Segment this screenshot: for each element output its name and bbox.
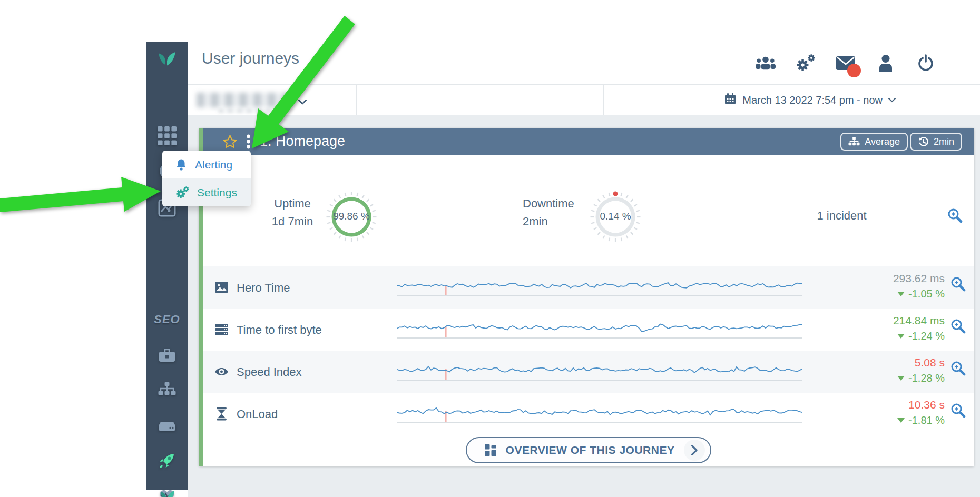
metric-magnifier-icon[interactable] — [950, 318, 966, 336]
rocket-icon-active[interactable] — [158, 452, 177, 471]
average-sitemap-icon — [848, 137, 860, 147]
favorite-star-icon[interactable] — [223, 135, 237, 151]
app-header: User journeys — [188, 42, 980, 84]
metric-magnifier-icon[interactable] — [950, 276, 966, 294]
page-title: User journeys — [202, 49, 299, 67]
hourglass-icon — [214, 407, 229, 421]
gears-icon — [175, 186, 189, 199]
panel-kebab-menu-icon[interactable] — [246, 134, 251, 151]
average-button-label: Average — [865, 136, 900, 147]
messages-envelope-icon[interactable] — [836, 53, 856, 73]
sitemap-icon[interactable] — [158, 381, 177, 400]
notification-badge — [847, 64, 861, 77]
blurred-account-subtext — [218, 109, 285, 113]
screen: SEO User journeys — [0, 0, 980, 497]
bell-icon — [175, 158, 187, 171]
overview-of-this-journey-button[interactable]: OVERVIEW OF THIS JOURNEY — [466, 437, 712, 463]
speed-index-sparkline[interactable] — [397, 359, 802, 382]
date-range-picker[interactable]: March 13 2022 7:54 pm - now — [724, 85, 896, 116]
menu-item-alerting[interactable]: Alerting — [162, 151, 251, 178]
metric-delta: -1.24 % — [893, 330, 945, 342]
interval-button-label: 2min — [934, 136, 954, 147]
metric-value: 214.84 ms — [893, 314, 945, 327]
metric-row-onload: OnLoad 10.36 s -1.81 % — [203, 393, 974, 435]
metric-value: 5.08 s — [897, 356, 945, 369]
trend-down-icon — [897, 292, 905, 296]
hero-time-sparkline[interactable] — [397, 275, 802, 298]
calendar-icon — [724, 93, 737, 108]
chevron-right-icon — [684, 440, 705, 461]
sidebar: SEO — [146, 42, 188, 490]
metric-name: Time to first byte — [237, 323, 322, 336]
menu-item-label: Settings — [197, 186, 237, 199]
metric-value: 293.62 ms — [893, 272, 945, 285]
metric-magnifier-icon[interactable] — [950, 402, 966, 420]
metric-delta: -1.05 % — [893, 288, 945, 300]
metric-delta: -1.81 % — [897, 414, 945, 426]
trend-down-icon — [897, 376, 905, 381]
overview-button-label: OVERVIEW OF THIS JOURNEY — [506, 444, 675, 456]
dashboard-grid-icon[interactable] — [158, 126, 177, 145]
uptime-percent: 99.86 % — [321, 211, 382, 222]
journey-panel: 1. Homepage Average 2min Uptime 1d 7min — [199, 128, 974, 466]
stats-section: Uptime 1d 7min 99.86 % Downtime 2min — [203, 155, 974, 266]
storage-icon[interactable] — [158, 416, 177, 435]
panel-title: 1. Homepage — [260, 133, 345, 150]
metric-rows: Hero Time 293.62 ms -1.05 % — [203, 266, 974, 435]
metric-row-ttfb: Time to first byte 214.84 ms -1.24 % — [203, 309, 974, 351]
downtime-label: Downtime 2min — [523, 195, 591, 231]
metric-name: Speed Index — [237, 365, 302, 379]
metric-row-hero-time: Hero Time 293.62 ms -1.05 % — [203, 266, 974, 309]
logout-power-icon[interactable] — [916, 53, 936, 73]
metric-name: Hero Time — [237, 281, 290, 294]
image-icon — [214, 281, 229, 295]
panel-context-menu: Alerting Settings — [162, 151, 251, 206]
toolbar-divider — [356, 85, 357, 116]
metric-magnifier-icon[interactable] — [950, 360, 966, 378]
metric-name: OnLoad — [237, 407, 278, 421]
toolbar-divider — [603, 85, 604, 116]
history-icon — [918, 136, 929, 147]
incident-count: 1 incident — [798, 209, 885, 223]
team-users-icon[interactable] — [756, 53, 776, 73]
date-chevron-down-icon — [888, 98, 896, 103]
overview-row: OVERVIEW OF THIS JOURNEY — [203, 435, 974, 469]
downtime-percent: 0.14 % — [585, 211, 646, 222]
footer-leaf-logo — [159, 490, 176, 497]
date-range-text: March 13 2022 7:54 pm - now — [742, 94, 883, 106]
blurred-account-name[interactable] — [197, 93, 292, 107]
ttfb-sparkline[interactable] — [397, 317, 802, 340]
annotation-arrow-to-settings — [0, 177, 161, 212]
aggregation-average-button[interactable]: Average — [840, 133, 908, 151]
services-gears-icon[interactable] — [796, 53, 816, 73]
account-user-icon[interactable] — [876, 53, 896, 73]
menu-item-settings[interactable]: Settings — [162, 178, 251, 206]
metric-row-speed-index: Speed Index 5.08 s -1.28 % — [203, 351, 974, 393]
interval-button[interactable]: 2min — [910, 133, 962, 151]
uptime-label: Uptime 1d 7min — [258, 195, 327, 231]
sidebar-item-seo[interactable]: SEO — [146, 313, 188, 326]
briefcase-icon[interactable] — [158, 346, 177, 365]
header-icon-bar — [756, 42, 936, 84]
overview-grid-icon — [485, 444, 496, 456]
metric-delta: -1.28 % — [897, 372, 945, 384]
brand-leaf-logo[interactable] — [157, 52, 177, 67]
server-stack-icon — [214, 323, 229, 337]
content-area: 1. Homepage Average 2min Uptime 1d 7min — [188, 115, 980, 497]
menu-item-label: Alerting — [195, 158, 232, 171]
panel-header: 1. Homepage Average 2min — [203, 128, 974, 155]
trend-down-icon — [897, 334, 905, 339]
account-chevron-down-icon[interactable] — [298, 97, 307, 107]
incidents-magnifier-icon[interactable] — [947, 207, 963, 225]
onload-sparkline[interactable] — [397, 401, 802, 424]
metric-value: 10.36 s — [897, 399, 945, 411]
eye-icon — [214, 365, 229, 379]
toolbar: March 13 2022 7:54 pm - now — [188, 84, 980, 116]
trend-down-icon — [897, 418, 905, 423]
